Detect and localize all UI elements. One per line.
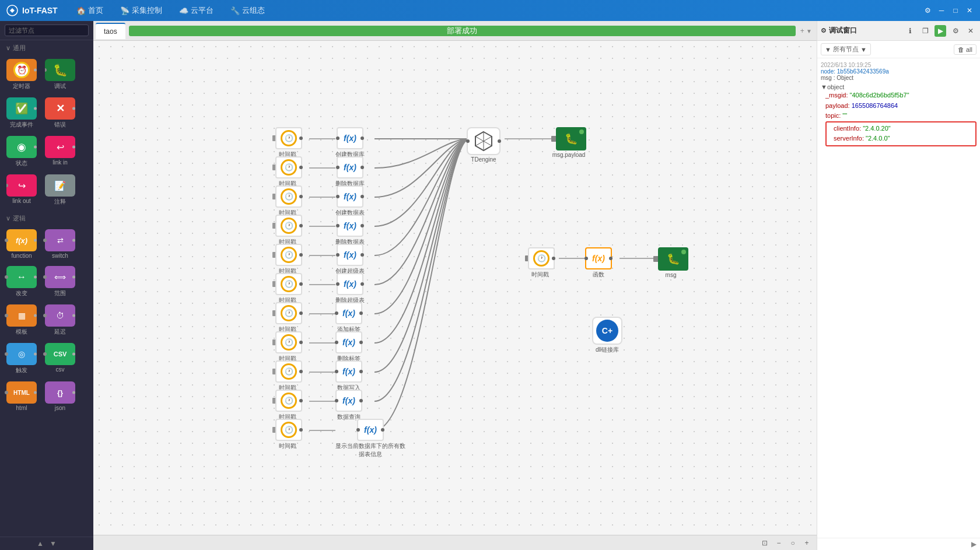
node-timer-5[interactable]: 🕐 时间戳	[272, 244, 302, 275]
debug-panel-bottom: ▶	[817, 538, 980, 550]
panel-expand-icon[interactable]: ▶	[971, 540, 977, 548]
debug-close-icon[interactable]: ✕	[965, 25, 977, 37]
node-func-10[interactable]: f(x) 数据查询	[335, 390, 362, 421]
node-func-8[interactable]: f(x) 删除标签	[335, 331, 362, 363]
settings-icon[interactable]: ⚙	[923, 6, 932, 15]
sidebar-scroll-controls: ▲ ▼	[0, 537, 93, 550]
node-func-3[interactable]: f(x) 创建数据表	[335, 185, 365, 217]
debug-node-ref: node: 1b55b6342433569a	[821, 68, 977, 75]
node-func-mid[interactable]: f(x) 函数	[585, 247, 612, 279]
node-timer-2[interactable]: 🕐 时间戳	[272, 156, 302, 188]
debug-gear-icon[interactable]: ⚙	[950, 25, 961, 37]
sidebar-item-complete[interactable]: ✅ 完成事件	[4, 95, 40, 131]
minimize-btn[interactable]: ─	[937, 6, 946, 15]
node-func-11[interactable]: f(x) 显示当前数据库下的所有数据表信息	[335, 419, 405, 458]
timer11-label: 时间戳	[279, 442, 296, 450]
node-func-9[interactable]: f(x) 数据写入	[335, 360, 362, 392]
node-tdengine[interactable]: TDengine	[467, 127, 501, 163]
clientinfo-value: "2.4.0.20"	[863, 125, 891, 132]
section-logic-label: 逻辑	[13, 214, 26, 223]
node-func-2[interactable]: f(x) 删除数据库	[335, 156, 365, 188]
sidebar-item-error[interactable]: ✕ 错误	[42, 95, 78, 131]
zoom-in-icon[interactable]: +	[802, 538, 812, 548]
zoom-out-icon[interactable]: −	[774, 538, 784, 548]
field-serverinfo: serverInfo: "2.4.0.0"	[834, 134, 973, 144]
app-logo: IoT-FAST	[6, 4, 58, 17]
debug-highlight-box: clientInfo: "2.4.0.20" serverInfo: "2.4.…	[825, 121, 977, 146]
tab-taos[interactable]: taos	[96, 23, 125, 39]
sidebar-item-trigger[interactable]: ◎ 触发	[4, 341, 40, 377]
node-timer-1[interactable]: 🕐 时间戳	[272, 127, 302, 159]
search-input[interactable]	[5, 24, 89, 36]
add-tab-btn[interactable]: + ▼	[798, 24, 814, 37]
node-timer-11[interactable]: 🕐 时间戳	[272, 419, 302, 450]
sidebar-item-linkout[interactable]: ↪ link out	[4, 172, 40, 208]
fit-view-icon[interactable]: ⊡	[760, 538, 770, 548]
sidebar-item-debug[interactable]: 🐛 调试	[42, 57, 78, 93]
section-general: ∨ 通用	[0, 40, 93, 54]
debug-copy-icon[interactable]: ❐	[919, 25, 931, 37]
nav-home[interactable]: 🏠 首页	[69, 3, 110, 18]
debug-play-icon[interactable]: ▶	[935, 25, 946, 37]
filter-dropdown-icon: ▼	[860, 46, 867, 53]
debug-entry: 2022/6/13 10:19:25 node: 1b55b6342433569…	[821, 62, 977, 146]
restore-btn[interactable]: □	[951, 6, 960, 15]
node-func-5[interactable]: f(x) 创建超级表	[335, 244, 365, 275]
complete-label: 完成事件	[10, 121, 33, 129]
payload-value: 1655086764864	[852, 102, 898, 109]
node-timer-6[interactable]: 🕐 时间戳	[272, 273, 302, 304]
note-label: 注释	[54, 198, 66, 206]
node-func-7[interactable]: f(x) 添加标签	[335, 302, 362, 334]
sidebar-item-csv[interactable]: CSV csv	[42, 341, 78, 377]
sidebar-item-switch[interactable]: ⇄ switch	[42, 227, 78, 261]
node-msg-payload[interactable]: 🐛 msg.payload	[551, 127, 586, 158]
nav-cloud[interactable]: ☁️ 云平台	[172, 3, 220, 18]
node-timer-9[interactable]: 🕐 时间戳	[272, 360, 302, 392]
node-timer-4[interactable]: 🕐 时间戳	[272, 215, 302, 246]
sidebar-item-delay[interactable]: ⏱ 延迟	[42, 302, 78, 338]
sidebar-item-change[interactable]: ↔ 改变	[4, 264, 40, 300]
close-btn[interactable]: ✕	[965, 6, 974, 15]
node-msg-debug[interactable]: 🐛 msg	[653, 247, 688, 278]
node-func-1[interactable]: f(x) 创建数据库	[335, 127, 365, 159]
status-label: 状态	[16, 159, 27, 167]
node-timer-10[interactable]: 🕐 时间戳	[272, 390, 302, 421]
node-timer-7[interactable]: 🕐 时间戳	[272, 302, 302, 334]
sidebar-item-json[interactable]: {} json	[42, 379, 78, 414]
node-timer-3[interactable]: 🕐 时间戳	[272, 185, 302, 217]
sidebar-item-template[interactable]: ▦ 模板	[4, 302, 40, 338]
filter-icon: ▼	[825, 46, 831, 53]
nav-scada[interactable]: 🔧 云组态	[223, 3, 272, 18]
sidebar-item-range[interactable]: ⟺ 范围	[42, 264, 78, 300]
debug-info-icon[interactable]: ℹ	[904, 25, 916, 37]
template-label: 模板	[16, 328, 27, 336]
error-port	[72, 107, 75, 110]
sidebar-item-linkin[interactable]: ↩ link in	[42, 134, 78, 170]
tdengine-label: TDengine	[471, 156, 496, 163]
sidebar-item-note[interactable]: 📝 注释	[42, 172, 78, 208]
node-dll[interactable]: C+ dll链接库	[592, 317, 622, 354]
node-timer-8[interactable]: 🕐 时间戳	[272, 331, 302, 363]
sidebar-item-html[interactable]: HTML html	[4, 379, 40, 414]
scroll-down-icon[interactable]: ▼	[50, 540, 57, 548]
debug-settings-icon: ⚙	[821, 27, 827, 34]
sidebar-item-timer[interactable]: ⏰ 定时器	[4, 57, 40, 93]
json-label: json	[55, 405, 65, 411]
sidebar-item-function[interactable]: f(x) function	[4, 227, 40, 261]
scroll-up-icon[interactable]: ▲	[37, 540, 44, 548]
nav-scada-label: 云组态	[242, 5, 265, 16]
filter-dropdown[interactable]: ▼ 所有节点 ▼	[821, 43, 871, 55]
canvas[interactable]: 🕐 时间戳 f(x) 创建数据库	[93, 41, 817, 535]
node-func-4[interactable]: f(x) 删除数据表	[335, 215, 365, 246]
node-func-6[interactable]: f(x) 删除超级表	[335, 273, 365, 304]
debug-header: ⚙ 调试窗口 ℹ ❐ ▶ ⚙ ✕	[817, 21, 980, 41]
trash-icon: 🗑	[958, 46, 964, 53]
clear-all-btn[interactable]: 🗑 all	[954, 44, 977, 55]
sidebar-item-status[interactable]: ◉ 状态	[4, 134, 40, 170]
node-timer-mid[interactable]: 🕐 时间戳	[525, 247, 555, 279]
field-clientinfo: clientInfo: "2.4.0.20"	[834, 124, 973, 134]
nav-collect[interactable]: 📡 采集控制	[113, 3, 169, 18]
canvas-connections	[93, 41, 817, 535]
topbar: IoT-FAST 🏠 首页 📡 采集控制 ☁️ 云平台 🔧 云组态 ⚙ ─ □ …	[0, 0, 980, 21]
zoom-reset-icon[interactable]: ○	[788, 538, 798, 548]
